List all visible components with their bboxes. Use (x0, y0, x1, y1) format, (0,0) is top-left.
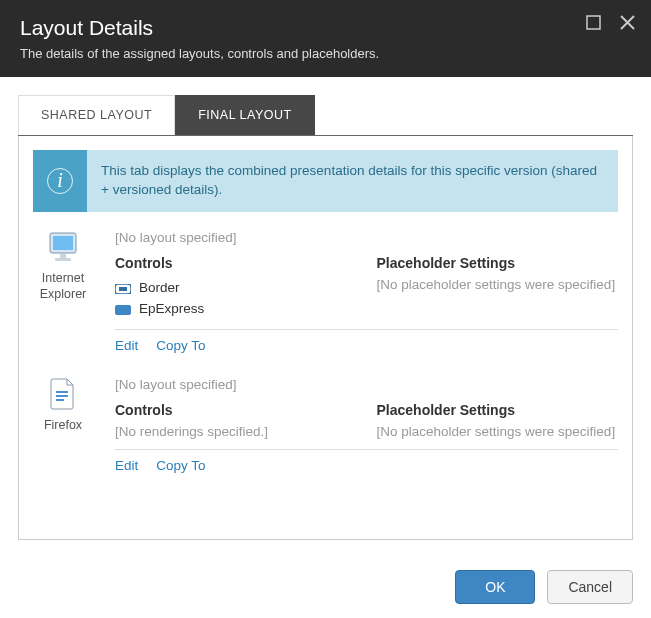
titlebar: Layout Details The details of the assign… (0, 0, 651, 77)
control-label: Border (139, 280, 180, 295)
close-button[interactable] (617, 12, 637, 32)
no-layout-text: [No layout specified] (115, 230, 618, 245)
controls-heading: Controls (115, 255, 357, 271)
close-icon (619, 14, 636, 31)
control-label: EpExpress (139, 301, 204, 316)
info-icon: i (33, 150, 87, 212)
device-name: Firefox (33, 417, 93, 433)
device-name: Internet Explorer (33, 270, 93, 303)
edit-link[interactable]: Edit (115, 458, 138, 473)
control-icon (115, 282, 131, 292)
no-layout-text: [No layout specified] (115, 377, 618, 392)
dialog-subtitle: The details of the assigned layouts, con… (20, 46, 631, 61)
controls-column: Controls [No renderings specified.] (115, 402, 357, 439)
maximize-icon (586, 15, 601, 30)
info-box: i This tab displays the combined present… (33, 150, 618, 212)
document-icon (33, 377, 93, 411)
actions: Edit Copy To (115, 449, 618, 473)
columns: Controls Border E (115, 255, 618, 319)
device-left: Firefox (33, 377, 93, 473)
svg-rect-8 (119, 287, 127, 291)
placeholder-empty: [No placeholder settings were specified] (377, 277, 619, 292)
layout-details-dialog: Layout Details The details of the assign… (0, 0, 651, 618)
svg-rect-0 (587, 16, 600, 29)
copy-to-link[interactable]: Copy To (156, 338, 205, 353)
svg-rect-6 (55, 258, 71, 261)
control-item: EpExpress (115, 298, 357, 319)
actions: Edit Copy To (115, 329, 618, 353)
device-details: [No layout specified] Controls Border (115, 230, 618, 353)
footer: OK Cancel (0, 558, 651, 618)
tab-final-layout[interactable]: FINAL LAYOUT (175, 95, 315, 135)
device-left: Internet Explorer (33, 230, 93, 353)
svg-rect-11 (56, 395, 68, 397)
cancel-button[interactable]: Cancel (547, 570, 633, 604)
placeholder-heading: Placeholder Settings (377, 402, 619, 418)
maximize-button[interactable] (583, 12, 603, 32)
controls-column: Controls Border E (115, 255, 357, 319)
edit-link[interactable]: Edit (115, 338, 138, 353)
copy-to-link[interactable]: Copy To (156, 458, 205, 473)
info-text: This tab displays the combined presentat… (87, 150, 618, 212)
tab-panel: i This tab displays the combined present… (18, 136, 633, 540)
control-item: Border (115, 277, 357, 298)
svg-rect-4 (53, 236, 73, 250)
device-details: [No layout specified] Controls [No rende… (115, 377, 618, 473)
placeholder-column: Placeholder Settings [No placeholder set… (377, 402, 619, 439)
svg-rect-12 (56, 399, 64, 401)
svg-rect-9 (115, 305, 131, 315)
titlebar-controls (583, 12, 637, 32)
ok-button[interactable]: OK (455, 570, 535, 604)
columns: Controls [No renderings specified.] Plac… (115, 402, 618, 439)
control-icon (115, 303, 131, 313)
monitor-icon (33, 230, 93, 264)
content: SHARED LAYOUT FINAL LAYOUT i This tab di… (0, 77, 651, 558)
placeholder-empty: [No placeholder settings were specified] (377, 424, 619, 439)
tab-shared-layout[interactable]: SHARED LAYOUT (18, 95, 175, 135)
device-block: Firefox [No layout specified] Controls [… (33, 377, 618, 473)
controls-heading: Controls (115, 402, 357, 418)
placeholder-column: Placeholder Settings [No placeholder set… (377, 255, 619, 319)
device-block: Internet Explorer [No layout specified] … (33, 230, 618, 353)
tabs: SHARED LAYOUT FINAL LAYOUT (18, 95, 633, 136)
controls-empty: [No renderings specified.] (115, 424, 357, 439)
svg-rect-10 (56, 391, 68, 393)
svg-rect-5 (60, 254, 66, 258)
placeholder-heading: Placeholder Settings (377, 255, 619, 271)
dialog-title: Layout Details (20, 16, 631, 40)
